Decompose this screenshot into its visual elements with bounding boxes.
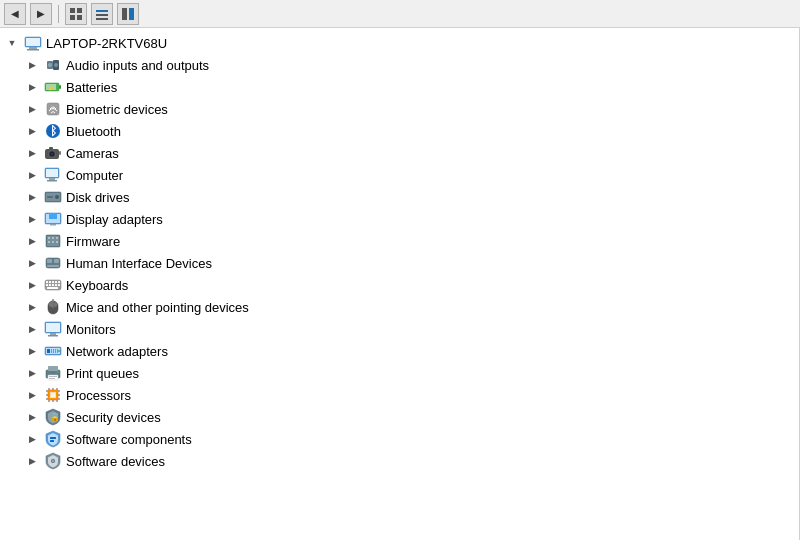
biometric-arrow[interactable] bbox=[24, 101, 40, 117]
software-comp-label: Software components bbox=[66, 432, 192, 447]
tree-item-print[interactable]: Print queues bbox=[0, 362, 799, 384]
svg-rect-68 bbox=[49, 302, 53, 307]
processors-label: Processors bbox=[66, 388, 131, 403]
back-button[interactable]: ◀ bbox=[4, 3, 26, 25]
svg-rect-4 bbox=[96, 10, 108, 12]
cameras-arrow[interactable] bbox=[24, 145, 40, 161]
svg-text:⚡: ⚡ bbox=[48, 85, 55, 92]
batteries-icon: ⚡ bbox=[44, 78, 62, 96]
svg-text:ᛒ: ᛒ bbox=[50, 124, 57, 138]
svg-rect-0 bbox=[70, 8, 75, 13]
hid-arrow[interactable] bbox=[24, 255, 40, 271]
audio-arrow[interactable] bbox=[24, 57, 40, 73]
svg-rect-12 bbox=[26, 38, 40, 46]
tree-item-biometric[interactable]: Biometric devices bbox=[0, 98, 799, 120]
audio-icon bbox=[44, 56, 62, 74]
svg-rect-55 bbox=[46, 281, 48, 283]
print-icon bbox=[44, 364, 62, 382]
security-label: Security devices bbox=[66, 410, 161, 425]
svg-rect-80 bbox=[55, 349, 56, 353]
software-comp-icon bbox=[44, 430, 62, 448]
batteries-arrow[interactable] bbox=[24, 79, 40, 95]
software-comp-arrow[interactable] bbox=[24, 431, 40, 447]
tree-item-disk[interactable]: Disk drives bbox=[0, 186, 799, 208]
tree-item-cameras[interactable]: Cameras bbox=[0, 142, 799, 164]
tree-root-item[interactable]: LAPTOP-2RKTV68U bbox=[0, 32, 799, 54]
svg-rect-8 bbox=[129, 8, 134, 20]
tree-item-display[interactable]: Display adapters bbox=[0, 208, 799, 230]
disk-label: Disk drives bbox=[66, 190, 130, 205]
svg-rect-5 bbox=[96, 14, 108, 16]
network-icon bbox=[44, 342, 62, 360]
svg-rect-74 bbox=[48, 335, 58, 337]
software-dev-icon bbox=[44, 452, 62, 470]
computer-arrow[interactable] bbox=[24, 167, 40, 183]
bluetooth-icon: ᛒ bbox=[44, 122, 62, 140]
software-dev-arrow[interactable] bbox=[24, 453, 40, 469]
computer-label: Computer bbox=[66, 168, 123, 183]
svg-rect-18 bbox=[59, 85, 61, 89]
tree-item-software-dev[interactable]: Software devices bbox=[0, 450, 799, 472]
svg-rect-63 bbox=[55, 284, 57, 286]
biometric-label: Biometric devices bbox=[66, 102, 168, 117]
monitors-label: Monitors bbox=[66, 322, 116, 337]
svg-rect-86 bbox=[49, 376, 57, 377]
svg-rect-10 bbox=[29, 47, 37, 49]
network-arrow[interactable] bbox=[24, 343, 40, 359]
view3-button[interactable] bbox=[117, 3, 139, 25]
root-label: LAPTOP-2RKTV68U bbox=[46, 36, 167, 51]
tree-item-firmware[interactable]: Firmware bbox=[0, 230, 799, 252]
tree-item-audio[interactable]: Audio inputs and outputs bbox=[0, 54, 799, 76]
forward-button[interactable]: ▶ bbox=[30, 3, 52, 25]
view2-button[interactable] bbox=[91, 3, 113, 25]
firmware-arrow[interactable] bbox=[24, 233, 40, 249]
tree-item-hid[interactable]: Human Interface Devices bbox=[0, 252, 799, 274]
root-expand-arrow[interactable] bbox=[4, 35, 20, 51]
svg-rect-44 bbox=[48, 237, 50, 239]
svg-rect-84 bbox=[48, 366, 58, 371]
tree-item-network[interactable]: Network adapters bbox=[0, 340, 799, 362]
tree-item-keyboards[interactable]: Keyboards bbox=[0, 274, 799, 296]
svg-rect-106 bbox=[50, 440, 54, 442]
mice-arrow[interactable] bbox=[24, 299, 40, 315]
hid-icon bbox=[44, 254, 62, 272]
security-arrow[interactable] bbox=[24, 409, 40, 425]
mice-icon bbox=[44, 298, 62, 316]
svg-rect-49 bbox=[56, 241, 58, 243]
print-arrow[interactable] bbox=[24, 365, 40, 381]
root-icon bbox=[24, 34, 42, 52]
mice-label: Mice and other pointing devices bbox=[66, 300, 249, 315]
tree-item-bluetooth[interactable]: ᛒ Bluetooth bbox=[0, 120, 799, 142]
svg-rect-91 bbox=[51, 393, 55, 397]
bluetooth-arrow[interactable] bbox=[24, 123, 40, 139]
svg-rect-73 bbox=[50, 333, 56, 335]
disk-arrow[interactable] bbox=[24, 189, 40, 205]
tree-item-processors[interactable]: Processors bbox=[0, 384, 799, 406]
svg-rect-47 bbox=[52, 241, 54, 243]
svg-rect-2 bbox=[70, 15, 75, 20]
tree-item-batteries[interactable]: ⚡ Batteries bbox=[0, 76, 799, 98]
svg-rect-37 bbox=[47, 196, 53, 198]
svg-rect-6 bbox=[96, 18, 108, 20]
display-arrow[interactable] bbox=[24, 211, 40, 227]
tree-item-mice[interactable]: Mice and other pointing devices bbox=[0, 296, 799, 318]
tree-root: LAPTOP-2RKTV68U Audio inputs and outputs bbox=[0, 28, 799, 476]
bluetooth-label: Bluetooth bbox=[66, 124, 121, 139]
print-label: Print queues bbox=[66, 366, 139, 381]
toolbar-sep-1 bbox=[58, 5, 59, 23]
tree-item-computer[interactable]: Computer bbox=[0, 164, 799, 186]
tree-item-software-comp[interactable]: Software components bbox=[0, 428, 799, 450]
svg-rect-28 bbox=[49, 147, 53, 150]
batteries-label: Batteries bbox=[66, 80, 117, 95]
processors-arrow[interactable] bbox=[24, 387, 40, 403]
svg-rect-3 bbox=[77, 15, 82, 20]
tree-item-security[interactable]: 🔒 Security devices bbox=[0, 406, 799, 428]
svg-rect-59 bbox=[58, 281, 60, 283]
svg-point-108 bbox=[52, 460, 54, 462]
monitors-arrow[interactable] bbox=[24, 321, 40, 337]
view1-button[interactable] bbox=[65, 3, 87, 25]
svg-rect-85 bbox=[48, 375, 58, 380]
keyboards-arrow[interactable] bbox=[24, 277, 40, 293]
tree-item-monitors[interactable]: Monitors bbox=[0, 318, 799, 340]
tree-panel[interactable]: LAPTOP-2RKTV68U Audio inputs and outputs bbox=[0, 28, 800, 540]
